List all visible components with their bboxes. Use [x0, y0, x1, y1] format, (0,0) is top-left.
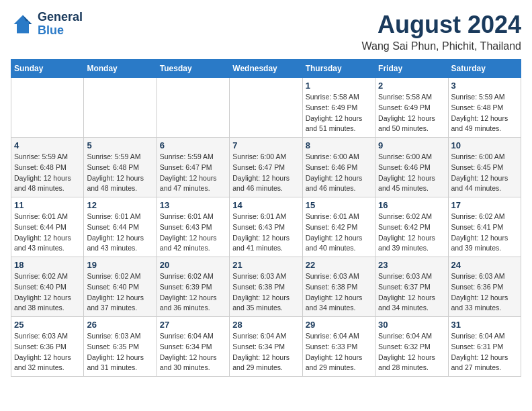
- day-cell-24: 24Sunrise: 6:03 AMSunset: 6:36 PMDayligh…: [448, 257, 521, 317]
- day-info: Sunrise: 6:03 AMSunset: 6:36 PMDaylight:…: [14, 331, 81, 373]
- day-cell-2: 2Sunrise: 5:58 AMSunset: 6:49 PMDaylight…: [375, 78, 448, 138]
- day-cell-31: 31Sunrise: 6:04 AMSunset: 6:31 PMDayligh…: [448, 317, 521, 377]
- day-info: Sunrise: 5:59 AMSunset: 6:47 PMDaylight:…: [160, 152, 226, 194]
- weekday-header-friday: Friday: [375, 60, 448, 78]
- day-number: 21: [232, 260, 299, 270]
- day-number: 19: [87, 260, 153, 270]
- day-cell-14: 14Sunrise: 6:01 AMSunset: 6:43 PMDayligh…: [230, 197, 302, 257]
- day-cell-25: 25Sunrise: 6:03 AMSunset: 6:36 PMDayligh…: [11, 317, 84, 377]
- empty-cell: [11, 78, 84, 138]
- weekday-header-saturday: Saturday: [448, 60, 521, 78]
- day-cell-16: 16Sunrise: 6:02 AMSunset: 6:42 PMDayligh…: [375, 197, 448, 257]
- day-info: Sunrise: 6:02 AMSunset: 6:39 PMDaylight:…: [160, 271, 226, 314]
- day-info: Sunrise: 5:59 AMSunset: 6:48 PMDaylight:…: [14, 152, 81, 194]
- day-info: Sunrise: 6:02 AMSunset: 6:41 PMDaylight:…: [451, 212, 518, 254]
- day-cell-28: 28Sunrise: 6:04 AMSunset: 6:34 PMDayligh…: [230, 317, 302, 377]
- empty-cell: [230, 78, 302, 138]
- day-info: Sunrise: 6:03 AMSunset: 6:36 PMDaylight:…: [451, 271, 518, 314]
- day-cell-20: 20Sunrise: 6:02 AMSunset: 6:39 PMDayligh…: [157, 257, 229, 317]
- day-number: 25: [14, 320, 81, 330]
- calendar-table: SundayMondayTuesdayWednesdayThursdayFrid…: [11, 59, 521, 377]
- day-info: Sunrise: 6:03 AMSunset: 6:38 PMDaylight:…: [306, 271, 372, 314]
- weekday-header-tuesday: Tuesday: [157, 60, 229, 78]
- day-cell-15: 15Sunrise: 6:01 AMSunset: 6:42 PMDayligh…: [302, 197, 375, 257]
- day-cell-19: 19Sunrise: 6:02 AMSunset: 6:40 PMDayligh…: [84, 257, 157, 317]
- day-number: 20: [160, 260, 226, 270]
- weekday-header-wednesday: Wednesday: [230, 60, 302, 78]
- week-row-1: 1Sunrise: 5:58 AMSunset: 6:49 PMDaylight…: [11, 78, 521, 138]
- day-cell-26: 26Sunrise: 6:03 AMSunset: 6:35 PMDayligh…: [84, 317, 157, 377]
- day-info: Sunrise: 6:04 AMSunset: 6:34 PMDaylight:…: [232, 331, 299, 373]
- day-cell-7: 7Sunrise: 6:00 AMSunset: 6:47 PMDaylight…: [230, 138, 302, 197]
- day-info: Sunrise: 6:02 AMSunset: 6:40 PMDaylight:…: [87, 271, 153, 314]
- day-cell-30: 30Sunrise: 6:04 AMSunset: 6:32 PMDayligh…: [375, 317, 448, 377]
- day-info: Sunrise: 6:02 AMSunset: 6:40 PMDaylight:…: [14, 271, 81, 314]
- day-info: Sunrise: 6:03 AMSunset: 6:37 PMDaylight:…: [378, 271, 445, 314]
- logo-text-general: General: [38, 11, 83, 24]
- day-number: 23: [378, 260, 445, 270]
- day-number: 27: [160, 320, 226, 330]
- day-cell-22: 22Sunrise: 6:03 AMSunset: 6:38 PMDayligh…: [302, 257, 375, 317]
- day-number: 29: [306, 320, 372, 330]
- day-cell-8: 8Sunrise: 6:00 AMSunset: 6:46 PMDaylight…: [302, 138, 375, 197]
- day-number: 12: [87, 200, 153, 210]
- day-number: 13: [160, 200, 226, 210]
- day-cell-9: 9Sunrise: 6:00 AMSunset: 6:46 PMDaylight…: [375, 138, 448, 197]
- day-info: Sunrise: 5:59 AMSunset: 6:48 PMDaylight:…: [451, 92, 518, 134]
- calendar-subtitle: Wang Sai Phun, Phichit, Thailand: [362, 40, 521, 52]
- day-number: 4: [14, 140, 81, 150]
- day-number: 7: [232, 140, 299, 150]
- week-row-2: 4Sunrise: 5:59 AMSunset: 6:48 PMDaylight…: [11, 138, 521, 197]
- day-info: Sunrise: 5:59 AMSunset: 6:48 PMDaylight:…: [87, 152, 153, 194]
- logo-icon: [11, 12, 35, 36]
- day-info: Sunrise: 6:01 AMSunset: 6:43 PMDaylight:…: [232, 212, 299, 254]
- day-info: Sunrise: 6:02 AMSunset: 6:42 PMDaylight:…: [378, 212, 445, 254]
- empty-cell: [84, 78, 157, 138]
- day-info: Sunrise: 6:01 AMSunset: 6:43 PMDaylight:…: [160, 212, 226, 254]
- day-info: Sunrise: 6:03 AMSunset: 6:38 PMDaylight:…: [232, 271, 299, 314]
- day-number: 9: [378, 140, 445, 150]
- day-info: Sunrise: 6:01 AMSunset: 6:44 PMDaylight:…: [87, 212, 153, 254]
- day-number: 31: [451, 320, 518, 330]
- weekday-header-monday: Monday: [84, 60, 157, 78]
- day-info: Sunrise: 5:58 AMSunset: 6:49 PMDaylight:…: [306, 92, 372, 134]
- day-number: 28: [232, 320, 299, 330]
- day-info: Sunrise: 6:00 AMSunset: 6:46 PMDaylight:…: [378, 152, 445, 194]
- day-cell-3: 3Sunrise: 5:59 AMSunset: 6:48 PMDaylight…: [448, 78, 521, 138]
- day-number: 3: [451, 81, 518, 91]
- day-number: 11: [14, 200, 81, 210]
- day-cell-1: 1Sunrise: 5:58 AMSunset: 6:49 PMDaylight…: [302, 78, 375, 138]
- day-cell-6: 6Sunrise: 5:59 AMSunset: 6:47 PMDaylight…: [157, 138, 229, 197]
- empty-cell: [157, 78, 229, 138]
- day-cell-18: 18Sunrise: 6:02 AMSunset: 6:40 PMDayligh…: [11, 257, 84, 317]
- weekday-header-row: SundayMondayTuesdayWednesdayThursdayFrid…: [11, 60, 521, 78]
- day-info: Sunrise: 6:01 AMSunset: 6:42 PMDaylight:…: [306, 212, 372, 254]
- day-cell-5: 5Sunrise: 5:59 AMSunset: 6:48 PMDaylight…: [84, 138, 157, 197]
- day-cell-11: 11Sunrise: 6:01 AMSunset: 6:44 PMDayligh…: [11, 197, 84, 257]
- day-number: 26: [87, 320, 153, 330]
- day-number: 2: [378, 81, 445, 91]
- day-info: Sunrise: 6:04 AMSunset: 6:33 PMDaylight:…: [306, 331, 372, 373]
- day-info: Sunrise: 6:04 AMSunset: 6:32 PMDaylight:…: [378, 331, 445, 373]
- day-cell-13: 13Sunrise: 6:01 AMSunset: 6:43 PMDayligh…: [157, 197, 229, 257]
- day-cell-21: 21Sunrise: 6:03 AMSunset: 6:38 PMDayligh…: [230, 257, 302, 317]
- day-cell-23: 23Sunrise: 6:03 AMSunset: 6:37 PMDayligh…: [375, 257, 448, 317]
- day-number: 17: [451, 200, 518, 210]
- logo-text-blue: Blue: [38, 24, 83, 38]
- day-number: 1: [306, 81, 372, 91]
- weekday-header-thursday: Thursday: [302, 60, 375, 78]
- day-number: 30: [378, 320, 445, 330]
- day-number: 22: [306, 260, 372, 270]
- day-cell-10: 10Sunrise: 6:00 AMSunset: 6:45 PMDayligh…: [448, 138, 521, 197]
- day-info: Sunrise: 5:58 AMSunset: 6:49 PMDaylight:…: [378, 92, 445, 134]
- day-number: 15: [306, 200, 372, 210]
- header-area: General Blue August 2024 Wang Sai Phun, …: [11, 11, 521, 52]
- day-number: 18: [14, 260, 81, 270]
- day-info: Sunrise: 6:00 AMSunset: 6:46 PMDaylight:…: [306, 152, 372, 194]
- week-row-5: 25Sunrise: 6:03 AMSunset: 6:36 PMDayligh…: [11, 317, 521, 377]
- day-info: Sunrise: 6:04 AMSunset: 6:31 PMDaylight:…: [451, 331, 518, 373]
- week-row-4: 18Sunrise: 6:02 AMSunset: 6:40 PMDayligh…: [11, 257, 521, 317]
- day-cell-4: 4Sunrise: 5:59 AMSunset: 6:48 PMDaylight…: [11, 138, 84, 197]
- day-number: 5: [87, 140, 153, 150]
- day-number: 10: [451, 140, 518, 150]
